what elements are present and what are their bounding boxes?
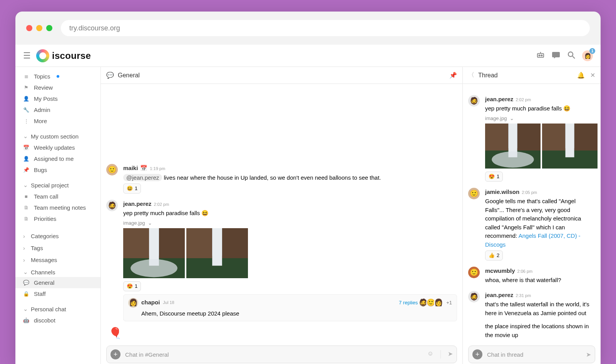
- sidebar-item[interactable]: 📌Bugs: [15, 164, 100, 175]
- avatar[interactable]: 🙂: [106, 164, 118, 175]
- svg-rect-9: [159, 228, 185, 258]
- collapse-icon[interactable]: 📌: [449, 72, 457, 79]
- sidebar-item[interactable]: 👤Assigned to me: [15, 153, 100, 164]
- sidebar-item[interactable]: 🗎Priorities: [15, 213, 100, 224]
- app-header: ☰ iscourse 👩 1: [15, 45, 601, 67]
- thread-feed: 🧔jean.perez2:02 pmyep pretty much paradi…: [463, 84, 601, 346]
- avatar[interactable]: 🙂: [468, 267, 480, 278]
- maximize-dot[interactable]: [46, 25, 52, 31]
- -icon: 💬: [23, 280, 29, 286]
- channel-composer[interactable]: + Chat in #General ☺ ➤: [106, 346, 457, 363]
- notification-count: 1: [589, 48, 595, 54]
- sidebar: ≣Topics⚑Review👤My Posts🔧Admin⋮More ⌄My c…: [15, 67, 101, 364]
- sidebar-item[interactable]: ›Tags: [15, 241, 100, 253]
- username[interactable]: jamie.wilson: [485, 188, 519, 197]
- svg-point-22: [492, 152, 534, 168]
- channel-header: 💬 General 📌: [101, 67, 462, 84]
- svg-rect-15: [222, 228, 248, 258]
- emoji-icon[interactable]: ☺: [427, 350, 434, 359]
- hamburger-icon[interactable]: ☰: [23, 51, 31, 61]
- unread-dot: [57, 75, 59, 78]
- send-icon[interactable]: ➤: [448, 350, 453, 359]
- username[interactable]: maiki: [123, 164, 138, 173]
- search-icon[interactable]: [567, 50, 576, 61]
- composer-placeholder: Chat in #General: [125, 351, 169, 358]
- avatar[interactable]: 🧔: [468, 95, 480, 107]
- sidebar-section[interactable]: ⌄Special project: [15, 175, 100, 191]
- username[interactable]: jean.perez: [485, 291, 513, 300]
- calendar-icon: 📅: [140, 164, 147, 173]
- reaction[interactable]: 👍 2: [485, 250, 503, 260]
- logo[interactable]: iscourse: [36, 49, 91, 62]
- sidebar-item[interactable]: ⌄Channels: [15, 265, 100, 277]
- app: ☰ iscourse 👩 1 ≣Topics⚑Review👤My Posts🔧A…: [15, 45, 601, 364]
- composer-placeholder: Chat in thread: [487, 351, 523, 358]
- thread-pane: 〈 Thread 🔔 ✕ 🧔jean.perez2:02 pmyep prett…: [463, 67, 601, 364]
- close-icon[interactable]: ✕: [590, 72, 595, 79]
- replies-link[interactable]: 7 replies: [399, 299, 418, 307]
- sidebar-section[interactable]: ⌄My custom section: [15, 127, 100, 142]
- sidebar-item[interactable]: 👤My Posts: [15, 93, 100, 104]
- sidebar-item[interactable]: ⚑Review: [15, 82, 100, 93]
- sidebar-item[interactable]: ›Messages: [15, 253, 100, 265]
- image-thumbnails[interactable]: [485, 124, 598, 169]
- app-body: ≣Topics⚑Review👤My Posts🔧Admin⋮More ⌄My c…: [15, 67, 601, 364]
- avatar[interactable]: 🧔: [106, 200, 118, 211]
- svg-point-4: [568, 52, 573, 57]
- username[interactable]: mcwumbly: [485, 267, 515, 276]
- bell-icon[interactable]: 🔔: [577, 72, 585, 79]
- sidebar-item[interactable]: 🔧Admin: [15, 104, 100, 115]
- message: 🙂mcwumbly2:06 pmwhoa, where is that wate…: [468, 264, 595, 288]
- reaction[interactable]: 😍 1: [123, 281, 141, 291]
- sidebar-item[interactable]: ■Team call: [15, 191, 100, 202]
- timestamp: 2:06 pm: [517, 268, 533, 275]
- robot-icon[interactable]: [536, 50, 545, 61]
- reaction[interactable]: 😍 1: [485, 172, 503, 182]
- sidebar-item[interactable]: ›Categories: [15, 229, 100, 241]
- attachment[interactable]: image.jpg⌄: [485, 115, 598, 122]
- username[interactable]: jean.perez: [485, 95, 513, 104]
- sidebar-item[interactable]: 🤖discobot: [15, 315, 100, 326]
- -icon: 📌: [23, 167, 29, 173]
- avatar: 👩: [128, 298, 138, 308]
- external-link[interactable]: Angels Fall (2007, CD) - Discogs: [485, 232, 581, 248]
- plus-icon[interactable]: +: [110, 349, 121, 359]
- sidebar-item[interactable]: 🔒Staff: [15, 288, 100, 299]
- avatar[interactable]: 🧔: [468, 291, 480, 302]
- plus-icon[interactable]: +: [472, 349, 482, 359]
- attachment[interactable]: image.jpg⌄: [123, 219, 457, 227]
- timestamp: 1:19 pm: [150, 165, 165, 172]
- sidebar-item[interactable]: 📅Weekly updates: [15, 142, 100, 153]
- section-personal-chat[interactable]: ⌄Personal chat: [15, 299, 100, 315]
- chevron-down-icon: ⌄: [148, 219, 152, 227]
- username[interactable]: jean.perez: [123, 200, 151, 209]
- back-icon[interactable]: 〈: [468, 71, 474, 79]
- thread-title: Thread: [478, 72, 498, 79]
- sidebar-item[interactable]: 💬General: [15, 277, 100, 288]
- sidebar-item[interactable]: ≣Topics: [15, 71, 100, 82]
- mention[interactable]: @jean.perez: [123, 174, 162, 181]
- svg-rect-8: [123, 228, 149, 258]
- image-thumbnails[interactable]: [123, 228, 457, 278]
- svg-rect-26: [574, 124, 598, 150]
- chat-icon[interactable]: [551, 50, 561, 61]
- timestamp: 2:05 pm: [522, 189, 537, 196]
- chevron-down-icon: ⌄: [510, 115, 514, 122]
- message-text: that's the tallest waterfall in the worl…: [485, 300, 595, 317]
- sidebar-item[interactable]: ⋮More: [15, 115, 100, 127]
- address-bar[interactable]: try.discourse.org: [61, 20, 590, 36]
- thread-composer[interactable]: + Chat in thread ➤: [468, 346, 595, 363]
- thread-summary-card[interactable]: 👩chapoiJul 187 replies🧔🙂👩+1Ahem, Discour…: [123, 294, 457, 322]
- message-text: Google tells me that's called "Angel Fal…: [485, 197, 595, 249]
- thread-header: 〈 Thread 🔔 ✕: [463, 67, 601, 84]
- user-avatar[interactable]: 👩 1: [582, 50, 593, 61]
- minimize-dot[interactable]: [36, 25, 42, 31]
- reaction[interactable]: 😆 1: [123, 184, 141, 194]
- avatar[interactable]: 🙂: [468, 188, 480, 199]
- close-dot[interactable]: [26, 25, 32, 31]
- -icon: 🔧: [23, 107, 29, 113]
- balloon-emoji: 🎈: [106, 324, 457, 342]
- sidebar-item[interactable]: 🗎Team meeting notes: [15, 202, 100, 213]
- send-icon[interactable]: ➤: [586, 351, 591, 358]
- svg-point-2: [541, 55, 542, 56]
